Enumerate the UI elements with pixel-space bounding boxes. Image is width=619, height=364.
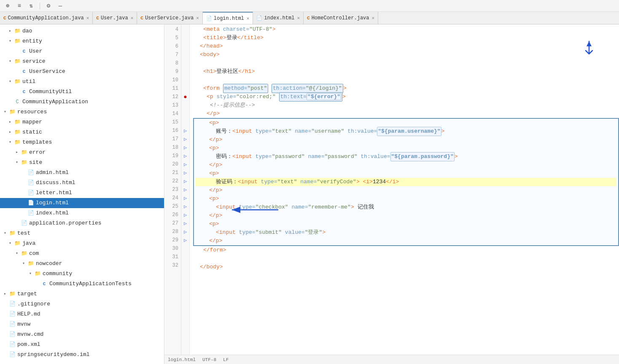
sidebar-item-login-html[interactable]: 📄 login.html [0, 198, 164, 208]
sidebar-item-mvnw[interactable]: 📄 mvnw [0, 319, 164, 329]
toolbar-icon-1[interactable]: ⊕ [3, 2, 12, 10]
arrow-icon [27, 270, 34, 278]
tag-input25: <input [216, 203, 239, 211]
sidebar-item-index-html[interactable]: 📄 index.html [0, 208, 164, 218]
sidebar-item-springsecurity[interactable]: 📄 springsecuritydemo.iml [0, 350, 164, 360]
sidebar-item-dao[interactable]: 📁 dao [0, 26, 164, 36]
sidebar-item-communityapp[interactable]: C CommunityApplication [0, 97, 164, 107]
sidebar-item-resources[interactable]: 📁 resources [0, 107, 164, 117]
sidebar-item-letter-html[interactable]: 📄 letter.html [0, 188, 164, 198]
tag-p27: <p> [209, 220, 219, 228]
attr-type19: type= [256, 153, 272, 161]
sidebar-item-community[interactable]: 📁 community [0, 269, 164, 279]
code-line-4: <meta charset="UTF-8"> [193, 25, 619, 34]
attr-thval19: th:value= [361, 153, 390, 161]
sidebar-item-com[interactable]: 📁 com [0, 249, 164, 259]
str-username: "username" [311, 127, 344, 136]
code-line-11: <form method="post" th:action="@{/login}… [193, 84, 619, 93]
tab-close[interactable]: ✕ [196, 15, 199, 21]
sidebar-item-discuss-html[interactable]: 📄 discuss.html [0, 178, 164, 188]
tab-label: login.html [214, 16, 244, 21]
code-content[interactable]: <meta charset="UTF-8"> <title>登录</title>… [190, 24, 619, 355]
sidebar-item-entity[interactable]: 📁 entity [0, 36, 164, 46]
folder-icon: 📁 [13, 239, 21, 248]
item-label: dao [22, 27, 32, 35]
sidebar-item-communityutil[interactable]: C CommunityUtil [0, 87, 164, 97]
file-icon: 📄 [8, 310, 16, 318]
sidebar-item-app-properties[interactable]: 📄 application.properties [0, 218, 164, 228]
sidebar-item-util[interactable]: 📁 util [0, 77, 164, 87]
arrow-icon [2, 108, 8, 116]
tab-close[interactable]: ✕ [86, 15, 89, 21]
folder-icon: 📁 [27, 260, 35, 268]
gutter-15 [181, 118, 189, 126]
tab-bar: C CommunityApplication.java ✕ C User.jav… [0, 12, 619, 24]
sidebar-item-community-app-tests[interactable]: C CommunityApplicationTests [0, 279, 164, 289]
sidebar-item-user[interactable]: C User [0, 46, 164, 56]
tab-homecontroller[interactable]: C HomeController.java ✕ [304, 12, 378, 24]
file-icon: 📄 [8, 340, 16, 349]
tab-community-application[interactable]: C CommunityApplication.java ✕ [0, 12, 93, 24]
sidebar-item-mapper[interactable]: 📁 mapper [0, 117, 164, 127]
tab-close[interactable]: ✕ [371, 15, 374, 21]
tab-close[interactable]: ✕ [131, 15, 134, 21]
tag-input19-close: > [455, 153, 458, 161]
gutter-25: ▷ [181, 202, 189, 211]
toolbar-separator [40, 3, 40, 9]
sidebar-item-mvnwcmd[interactable]: 📄 mvnw.cmd [0, 329, 164, 340]
sidebar-item-templates[interactable]: 📁 templates [0, 137, 164, 147]
sidebar-item-gitignore[interactable]: 📄 .gitignore [0, 299, 164, 309]
gutter-8 [181, 59, 189, 67]
sidebar-item-test[interactable]: 📁 test [0, 228, 164, 238]
gutter-16: ▷ [181, 126, 189, 135]
sidebar-item-pomxml[interactable]: 📄 pom.xml [0, 340, 164, 350]
sidebar-item-site[interactable]: 📁 site [0, 158, 164, 168]
item-label: pom.xml [17, 340, 40, 349]
file-icon: 📄 [8, 300, 16, 308]
str-loginbtn: "登录" [305, 228, 323, 237]
tab-user[interactable]: C User.java ✕ [93, 12, 137, 24]
code-editor[interactable]: 45678 910111213 1415161718 1920212223 24… [164, 24, 619, 355]
sidebar-item-helpmd[interactable]: 📄 HELP.md [0, 309, 164, 319]
tab-icon-java: C [140, 16, 143, 21]
item-label: HELP.md [17, 310, 40, 318]
tag-meta-close: > [272, 25, 276, 34]
project-sidebar: 📁 dao 📁 entity C User 📁 [0, 24, 164, 360]
attr-thtext: th:text= [280, 94, 307, 100]
item-label: .gitignore [17, 300, 50, 308]
sidebar-item-userservice[interactable]: C UserService [0, 67, 164, 77]
toolbar-icon-2[interactable]: ≡ [15, 2, 24, 10]
tag-p29-close: </p> [209, 237, 222, 245]
sidebar-item-nowcoder[interactable]: 📁 nowcoder [0, 259, 164, 269]
code-line-27: <p> [196, 220, 616, 228]
folder-icon: 📁 [13, 27, 21, 35]
str-post: "post" [247, 85, 267, 91]
sidebar-item-java[interactable]: 📁 java [0, 238, 164, 249]
sidebar-item-admin-html[interactable]: 📄 admin.html [0, 168, 164, 178]
arrow-icon [13, 158, 20, 167]
tab-index-html[interactable]: 📄 index.html ✕ [253, 12, 304, 24]
item-label: test [17, 229, 30, 238]
tag-h1-open: <h1> [203, 67, 216, 76]
code-line-8 [193, 59, 619, 67]
item-label: index.html [36, 209, 69, 217]
code-line-5: <title>登录</title> [193, 34, 619, 42]
tab-userservice[interactable]: C UserService.java ✕ [137, 12, 202, 24]
toolbar-minus-icon[interactable]: — [56, 2, 65, 10]
tab-close[interactable]: ✕ [297, 15, 300, 21]
code-line-28: <input type="submit" value="登录"> [196, 228, 616, 237]
form-method-highlight: method="post" [223, 84, 268, 93]
sidebar-item-target[interactable]: 📁 target [0, 289, 164, 299]
toolbar-settings-icon[interactable]: ⚙ [44, 2, 53, 10]
folder-icon: 📁 [8, 229, 16, 238]
sidebar-item-service[interactable]: 📁 service [0, 56, 164, 67]
tab-login-html[interactable]: 📄 login.html ✕ [203, 12, 253, 24]
code-line-7: <body> [193, 51, 619, 59]
tag-title-close: </title> [237, 34, 264, 42]
sidebar-item-error[interactable]: 📁 error [0, 147, 164, 158]
sidebar-item-static[interactable]: 📁 static [0, 127, 164, 137]
toolbar-icon-3[interactable]: ⇅ [27, 2, 35, 10]
code-line-10 [193, 76, 619, 84]
tab-close[interactable]: ✕ [247, 16, 250, 21]
tab-icon-java: C [96, 16, 99, 21]
